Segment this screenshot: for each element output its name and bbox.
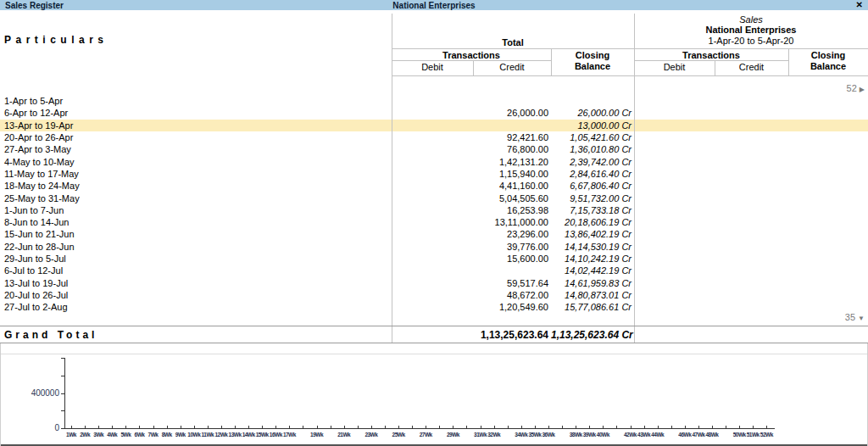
x-axis-tick (167, 426, 168, 428)
x-axis-tick (248, 426, 249, 428)
x-axis-tick (766, 426, 767, 428)
grand-total-credit: 1,13,25,623.64 (473, 329, 551, 341)
x-axis-week-label: 17Wk (279, 432, 299, 438)
period-cell: 8-Jun to 14-Jun (0, 217, 392, 227)
table-row[interactable]: 1-Apr to 5-Apr (0, 95, 868, 107)
header-rule (473, 60, 474, 75)
credit-cell: 13,11,000.00 (473, 217, 551, 227)
period-cell: 27-Apr to 3-May (0, 144, 392, 154)
period-cell: 1-Jun to 7-Jun (0, 205, 392, 215)
x-axis-tick (125, 426, 126, 428)
transactions-header-left: Transactions (392, 50, 551, 60)
table-row[interactable]: 25-May to 31-May5,04,505.609,51,732.00 C… (0, 192, 868, 203)
credit-header-right: Credit (715, 62, 788, 72)
closing-balance-cell: 9,51,732.00 Cr (551, 193, 634, 203)
credit-cell: 26,000.00 (473, 108, 551, 118)
x-axis-tick (71, 426, 72, 428)
x-axis-tick (289, 426, 290, 428)
scroll-down-indicator[interactable]: 35 ▼ (845, 312, 865, 322)
table-row[interactable]: 27-Apr to 3-May76,800.001,36,010.80 Cr (0, 143, 868, 155)
title-bar: Sales Register National Enterprises ✕ (0, 0, 868, 11)
x-axis-week-label: 32Wk (484, 432, 504, 438)
period-cell: 20-Apr to 26-Apr (0, 132, 392, 142)
period-cell: 20-Jul to 26-Jul (0, 290, 392, 300)
x-axis-tick (262, 426, 263, 428)
x-axis-tick (548, 426, 549, 428)
x-axis-tick (658, 426, 659, 428)
table-row[interactable]: 13-Jul to 19-Jul59,517.6414,61,959.83 Cr (0, 276, 868, 288)
particulars-label: Particulars (4, 34, 108, 46)
closing-balance-cell: 13,000.00 Cr (551, 120, 634, 131)
weekly-sales-chart: 04000001Wk2Wk3Wk4Wk5Wk6Wk7Wk8Wk9Wk10Wk11… (0, 343, 868, 446)
closing-balance-cell: 14,02,442.19 Cr (551, 265, 634, 276)
x-axis-tick (385, 426, 386, 428)
period-cell: 18-May to 24-May (0, 181, 392, 191)
x-axis-tick (753, 426, 754, 428)
company-name-titlebar: National Enterprises (0, 1, 868, 10)
x-axis-tick (344, 426, 345, 428)
x-axis-tick (85, 426, 86, 428)
closing-balance-header-left: Closing Balance (551, 50, 634, 72)
period-cell: 13-Jul to 19-Jul (0, 278, 392, 288)
table-row[interactable]: 13-Apr to 19-Apr13,000.00 Cr (0, 120, 868, 131)
x-axis-tick (235, 426, 236, 428)
header-rule (392, 60, 551, 61)
y-axis-tick (61, 358, 64, 359)
table-row[interactable]: 20-Jul to 26-Jul48,672.0014,80,873.01 Cr (0, 289, 868, 301)
total-column-header: Total (392, 37, 634, 47)
table-row[interactable]: 20-Apr to 26-Apr92,421.601,05,421.60 Cr (0, 131, 868, 143)
credit-cell: 1,15,940.00 (473, 169, 551, 179)
period-cell: 11-May to 17-May (0, 169, 392, 179)
x-axis-tick (139, 426, 140, 428)
x-axis-tick (616, 426, 617, 428)
credit-cell: 4,41,160.00 (473, 181, 551, 191)
table-row[interactable]: 27-Jul to 2-Aug1,20,549.6015,77,086.61 C… (0, 301, 868, 313)
x-axis-tick (412, 426, 413, 428)
debit-header-right: Debit (634, 62, 715, 72)
table-row[interactable]: 4-May to 10-May1,42,131.202,39,742.00 Cr (0, 155, 868, 167)
closing-balance-cell: 7,15,733.18 Cr (551, 205, 634, 215)
x-axis-tick (398, 426, 399, 428)
x-axis-tick (466, 426, 467, 428)
closing-balance-cell: 26,000.00 Cr (551, 108, 634, 118)
x-axis-week-label: 29Wk (442, 432, 463, 438)
closing-balance-cell: 14,14,530.19 Cr (551, 242, 634, 252)
header-rule (392, 48, 868, 49)
table-row[interactable]: 18-May to 24-May4,41,160.006,67,806.40 C… (0, 180, 868, 192)
table-row[interactable]: 29-Jun to 5-Jul15,600.0014,10,242.19 Cr (0, 253, 868, 265)
closing-balance-cell: 15,77,086.61 Cr (551, 302, 634, 312)
x-axis-tick (631, 426, 632, 428)
x-axis-tick (317, 426, 318, 428)
sales-register-window: Sales Register National Enterprises ✕ Pa… (0, 0, 868, 446)
credit-cell: 1,20,549.60 (473, 302, 551, 312)
period-cell: 15-Jun to 21-Jun (0, 229, 392, 239)
x-axis-week-label: 52Wk (756, 432, 776, 438)
table-row[interactable]: 1-Jun to 7-Jun16,253.987,15,733.18 Cr (0, 204, 868, 216)
credit-cell: 1,42,131.20 (473, 157, 551, 167)
table-row[interactable]: 6-Apr to 12-Apr26,000.0026,000.00 Cr (0, 107, 868, 119)
y-axis-tick (61, 410, 64, 411)
credit-cell: 16,253.98 (473, 205, 551, 215)
table-row[interactable]: 11-May to 17-May1,15,940.002,84,616.40 C… (0, 168, 868, 180)
closing-balance-cell: 2,39,742.00 Cr (551, 157, 634, 167)
x-axis-tick (671, 426, 672, 428)
credit-cell: 5,04,505.60 (473, 193, 551, 203)
x-axis-tick (439, 426, 440, 428)
table-row[interactable]: 22-Jun to 28-Jun39,776.0014,14,530.19 Cr (0, 241, 868, 253)
right-report-name: Sales (634, 14, 868, 25)
x-axis-week-label: 27Wk (415, 432, 436, 438)
table-row[interactable]: 15-Jun to 21-Jun23,296.0013,86,402.19 Cr (0, 228, 868, 240)
close-icon[interactable]: ✕ (856, 0, 863, 9)
x-axis-week-label: 23Wk (361, 432, 381, 438)
x-axis-tick (426, 426, 426, 428)
y-axis-label: 400000 (17, 388, 59, 398)
table-row[interactable]: 8-Jun to 14-Jun13,11,000.0020,18,606.19 … (0, 216, 868, 228)
scroll-up-indicator[interactable]: 52 ▶ (847, 83, 865, 93)
credit-cell: 39,776.00 (473, 242, 551, 252)
x-axis-week-label: 44Wk (648, 432, 668, 438)
closing-balance-header-right: Closing Balance (788, 50, 868, 72)
table-row[interactable]: 6-Jul to 12-Jul14,02,442.19 Cr (0, 265, 868, 276)
period-cell: 27-Jul to 2-Aug (0, 302, 392, 312)
x-axis-tick (508, 426, 509, 428)
x-axis-tick (371, 426, 372, 428)
